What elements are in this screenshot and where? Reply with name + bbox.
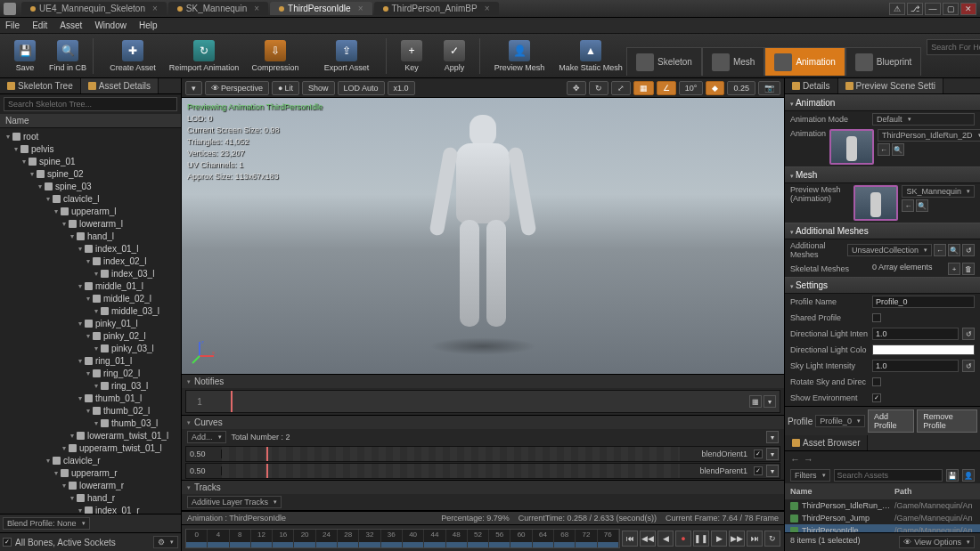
dir-light-intensity-input[interactable] (872, 328, 959, 340)
animation-mode-dropdown[interactable]: Default (872, 113, 975, 126)
minimize-button[interactable]: — (925, 3, 941, 15)
bone-node[interactable]: ▾spine_03 (0, 180, 181, 192)
toolbar-key[interactable]: +Key (390, 36, 433, 77)
close-button[interactable]: ✕ (960, 3, 976, 15)
expand-arrow-icon[interactable]: ▾ (60, 482, 69, 490)
lod-dropdown[interactable]: LOD Auto (338, 81, 385, 95)
toolbar-export-asset[interactable]: ⇪Export Asset (311, 36, 382, 77)
skeleton-tree[interactable]: ▾root▾pelvis▾spine_01▾spine_02▾spine_03▾… (0, 128, 181, 514)
bone-node[interactable]: ▾lowerarm_l (0, 217, 181, 230)
rotate-gizmo-button[interactable]: ↻ (589, 81, 608, 95)
reset-icon[interactable]: ↺ (962, 328, 975, 340)
expand-arrow-icon[interactable]: ▾ (84, 369, 93, 377)
scale-gizmo-button[interactable]: ⤢ (611, 81, 631, 95)
bone-node[interactable]: ▾thumb_02_l (0, 404, 181, 417)
frame-ruler[interactable]: 0481216202428323640444852566064687276 (185, 529, 620, 548)
expand-arrow-icon[interactable]: ▾ (68, 232, 77, 240)
bone-node[interactable]: ▾middle_02_l (0, 292, 181, 304)
blend-profile-dropdown[interactable]: Blend Profile: None (3, 517, 90, 530)
browse-icon[interactable]: ← (902, 199, 914, 212)
curve-row[interactable]: 0.50blendParent1✓▾ (185, 463, 780, 479)
to-end-button[interactable]: ⏭ (747, 531, 763, 547)
mode-tab-mesh[interactable]: Mesh (702, 47, 764, 76)
nav-back-icon[interactable]: ← (790, 454, 800, 465)
expand-arrow-icon[interactable]: ▾ (92, 270, 101, 278)
add-profile-button[interactable]: Add Profile (868, 409, 914, 433)
bone-node[interactable]: ▾hand_l (0, 230, 181, 242)
expand-arrow-icon[interactable]: ▾ (84, 332, 93, 340)
profile-dropdown[interactable]: Profile_0 (815, 415, 865, 427)
bone-node[interactable]: ▾middle_03_l (0, 304, 181, 317)
bone-node[interactable]: ▾hand_r (0, 491, 181, 504)
user-icon[interactable]: 👤 (962, 469, 975, 482)
grid-snap-button[interactable]: ▦ (633, 81, 654, 95)
expand-arrow-icon[interactable]: ▾ (44, 457, 53, 465)
animation-asset-dropdown[interactable]: ThirdPerson_IdleRun_2D (878, 129, 980, 142)
bone-node[interactable]: ▾thumb_03_l (0, 417, 181, 429)
camera-speed-button[interactable]: 📷 (758, 81, 780, 95)
expand-arrow-icon[interactable]: ▾ (28, 170, 37, 178)
expand-arrow-icon[interactable]: ▾ (76, 506, 85, 515)
pause-button[interactable]: ❚❚ (693, 531, 709, 547)
asset-col-name[interactable]: Name (790, 487, 891, 496)
mode-tab-skeleton[interactable]: Skeleton (626, 47, 702, 76)
expand-arrow-icon[interactable]: ▾ (84, 407, 93, 415)
find-icon[interactable]: 🔍 (892, 143, 904, 156)
expand-arrow-icon[interactable]: ▾ (76, 320, 85, 328)
expand-arrow-icon[interactable]: ▾ (52, 469, 61, 477)
play-reverse-button[interactable]: ◀ (657, 531, 674, 547)
step-back-button[interactable]: ◀◀ (640, 531, 656, 547)
bone-node[interactable]: ▾index_01_l (0, 242, 181, 255)
toolbar-make-static-mesh[interactable]: ▲Make Static Mesh (555, 36, 626, 77)
toolbar-find-in-cb[interactable]: 🔍Find in CB (46, 36, 89, 77)
playback-speed[interactable]: x1.0 (388, 81, 415, 95)
asset-search-input[interactable] (834, 469, 943, 482)
notify-grid-icon[interactable]: ▦ (749, 395, 762, 408)
skeleton-search-input[interactable] (4, 97, 177, 111)
expand-arrow-icon[interactable]: ▾ (52, 207, 61, 215)
animation-thumbnail[interactable] (829, 129, 874, 165)
expand-arrow-icon[interactable]: ▾ (92, 307, 101, 315)
source-control-icon[interactable]: ⎇ (907, 3, 923, 15)
curve-row[interactable]: 0.50blendOrient1✓▾ (185, 446, 780, 462)
tracks-header[interactable]: Tracks (182, 481, 784, 494)
angle-snap-value[interactable]: 10° (679, 81, 704, 95)
bone-node[interactable]: ▾lowerarm_twist_01_l (0, 429, 181, 442)
bone-node[interactable]: ▾ring_01_l (0, 354, 181, 367)
notify-icon[interactable]: ⚠ (889, 3, 905, 15)
toolbar-save[interactable]: 💾Save (4, 36, 46, 77)
menu-help[interactable]: Help (139, 20, 158, 30)
shared-profile-checkbox[interactable] (872, 313, 881, 322)
remove-profile-button[interactable]: Remove Profile (917, 409, 977, 433)
add-element-icon[interactable]: + (948, 263, 960, 275)
translate-gizmo-button[interactable]: ✥ (567, 81, 586, 95)
scale-snap-value[interactable]: 0.25 (727, 81, 755, 95)
maximize-button[interactable]: ▢ (943, 3, 959, 15)
asset-row[interactable]: ThirdPerson_IdleRun_2D/Game/Mannequin/An (785, 499, 980, 512)
options-dropdown[interactable]: ⚙ (153, 536, 178, 548)
step-fwd-button[interactable]: ▶▶ (729, 531, 745, 547)
browse-icon[interactable]: ← (934, 244, 946, 256)
document-tab[interactable]: ThirdPersonIdle× (270, 2, 372, 15)
tab-preview-scene[interactable]: Preview Scene Setti (838, 78, 944, 93)
bone-node[interactable]: ▾pinky_02_l (0, 329, 181, 342)
category-animation[interactable]: Animation (785, 94, 980, 111)
help-search-input[interactable] (927, 39, 980, 55)
notify-menu-icon[interactable]: ▾ (764, 395, 776, 408)
expand-arrow-icon[interactable]: ▾ (92, 419, 101, 427)
bone-node[interactable]: ▾spine_01 (0, 155, 181, 167)
expand-arrow-icon[interactable]: ▾ (36, 182, 45, 190)
expand-arrow-icon[interactable]: ▾ (76, 245, 85, 253)
menu-asset[interactable]: Asset (60, 20, 82, 30)
asset-row[interactable]: ThirdPerson_Jump/Game/Mannequin/An (785, 512, 980, 524)
viewport-3d[interactable]: Previewing Animation ThirdPersonIdle LOD… (182, 98, 784, 374)
tab-details[interactable]: Details (785, 78, 838, 93)
bone-node[interactable]: ▾upperarm_l (0, 205, 181, 217)
bone-node[interactable]: ▾upperarm_twist_01_l (0, 442, 181, 454)
nav-fwd-icon[interactable]: → (804, 454, 813, 465)
bone-node[interactable]: ▾thumb_01_l (0, 392, 181, 404)
expand-arrow-icon[interactable]: ▾ (68, 432, 77, 440)
curves-add-button[interactable]: Add... (187, 431, 226, 443)
scale-snap-button[interactable]: ◆ (706, 81, 724, 95)
category-additional-meshes[interactable]: Additional Meshes (785, 223, 980, 239)
